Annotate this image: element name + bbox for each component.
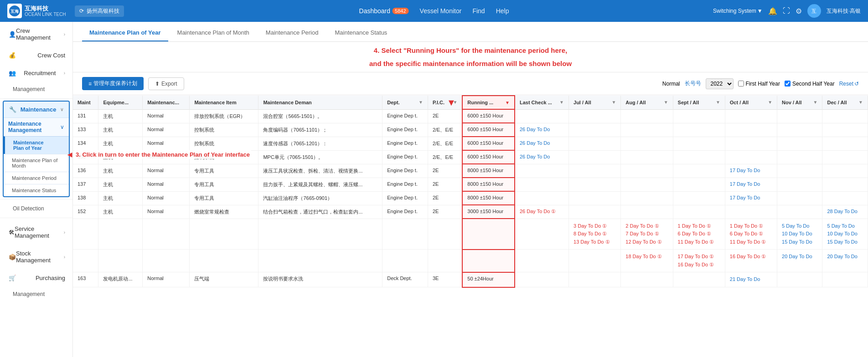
reset-link[interactable]: Reset ↺: [839, 81, 859, 87]
year-select[interactable]: 2022 2023 2021: [706, 78, 734, 89]
sidebar-item-maintenance[interactable]: 🔧 Maintenance ∨: [4, 102, 69, 117]
sidebar-item-purchasing[interactable]: 🛒 Purchasing: [0, 269, 72, 287]
first-half-year-check[interactable]: [738, 81, 744, 87]
cell-demand: [258, 250, 382, 272]
cell-dec: [822, 272, 868, 287]
cell-running: 6000 ±150 Hour: [462, 150, 515, 164]
cell-jul: [569, 137, 621, 150]
second-half-year-checkbox[interactable]: Second Half Year: [785, 81, 835, 87]
col-item: Maintenance Item: [190, 96, 258, 109]
tab-maintenance-status[interactable]: Maintenance Status: [327, 25, 394, 41]
cell-sept: [673, 191, 725, 205]
sidebar-divider-3: [0, 218, 72, 218]
cell-oct: 17 Day To Do: [725, 164, 777, 178]
cell-aug: [621, 150, 673, 164]
table-row: 3 Day To Do ① 8 Day To Do ① 13 Day To Do…: [73, 219, 868, 250]
sidebar-label-maintenance-management: MaintenanceManagement: [8, 121, 41, 133]
cell-running: [462, 219, 515, 250]
cell-running: 6000 ±150 Hour: [462, 123, 515, 137]
cell-running: 3000 ±150 Hour: [462, 205, 515, 219]
table-row: 131主机Normal排放控制系统（EGR）混合腔室（5665-1501）。En…: [73, 109, 868, 123]
tab-plan-month[interactable]: Maintenance Plan of Month: [170, 25, 257, 41]
cell-jul: [569, 191, 621, 205]
notification-icon[interactable]: 🔔: [768, 7, 777, 15]
cell-maintenance: Normal: [143, 150, 190, 164]
reset-icon: ↺: [854, 81, 859, 87]
cell-last_check: [515, 109, 569, 123]
cell-jul: [569, 123, 621, 137]
sidebar-item-maintenance-period[interactable]: Maintenance Period: [4, 172, 69, 184]
find-link[interactable]: Find: [472, 7, 485, 15]
cell-maint: 136: [73, 164, 98, 178]
sidebar-item-management2[interactable]: Management: [0, 287, 72, 301]
chevron-right-icon: ›: [64, 32, 65, 37]
cell-pic: [428, 250, 462, 272]
help-link[interactable]: Help: [496, 7, 509, 15]
crew-cost-icon: 💰: [9, 52, 16, 59]
cell-dec: [822, 191, 868, 205]
sidebar-item-recruitment[interactable]: 👥 Recruitment ›: [0, 64, 72, 82]
switching-system-btn[interactable]: Switching System ▼: [713, 8, 763, 14]
settings-icon[interactable]: ⚙: [796, 7, 802, 15]
cell-sept: [673, 205, 725, 219]
cell-sept: [673, 123, 725, 137]
maintenance-management-header[interactable]: MaintenanceManagement ∨: [4, 117, 69, 136]
cell-item: 压气端: [190, 272, 258, 287]
recruitment-icon: 👥: [9, 70, 16, 76]
cell-item: 排放控制系统（EGR）: [190, 109, 258, 123]
cell-oct: [725, 123, 777, 137]
cell-aug: [621, 123, 673, 137]
company-name: 扬州高银科技: [87, 7, 119, 15]
logo-sub-text: OCEAN LINK TECH: [25, 12, 66, 17]
cell-running: 8000 ±150 Hour: [462, 178, 515, 191]
cell-last_check: [515, 164, 569, 178]
first-half-year-checkbox[interactable]: First Half Year: [738, 81, 780, 87]
cell-item: 专用工具: [190, 164, 258, 178]
sidebar-item-plan-month[interactable]: Maintenance Plan of Month: [4, 154, 69, 172]
cell-aug: [621, 109, 673, 123]
tabs-bar: Maintenance Plan of Year Maintenance Pla…: [73, 22, 868, 42]
table-container[interactable]: Maint Equipme... Maintenanc... Maintenan…: [73, 95, 868, 357]
cell-pic: 2E: [428, 205, 462, 219]
cell-nov: [777, 205, 822, 219]
cell-dept: Engine Dep t.: [382, 164, 428, 178]
cell-jul: [569, 205, 621, 219]
cell-maint: 138: [73, 191, 98, 205]
manage-year-plan-button[interactable]: ≡ 管理年度保养计划: [82, 77, 144, 90]
cell-oct: 17 Day To Do: [725, 178, 777, 191]
cell-aug: [621, 191, 673, 205]
cell-jul: [569, 109, 621, 123]
company-tag[interactable]: ⟳ 扬州高银科技: [75, 5, 124, 17]
export-button[interactable]: ⬆ Export: [148, 77, 184, 90]
sidebar-item-management[interactable]: Management: [0, 82, 72, 97]
avatar[interactable]: 互: [807, 4, 821, 18]
sidebar-label-plan-month: Maintenance Plan of Month: [12, 158, 57, 168]
sidebar-label-maintenance-period: Maintenance Period: [12, 175, 57, 181]
fullscreen-icon[interactable]: ⛶: [783, 7, 790, 15]
second-half-year-check[interactable]: [785, 81, 790, 87]
cell-equipment: 主机: [98, 178, 143, 191]
sidebar-item-plan-year[interactable]: MaintenancePlan of Year: [4, 136, 69, 154]
cell-demand: 混合腔室（5665-1501）。: [258, 109, 382, 123]
sidebar-item-crew-management[interactable]: 👤 Crew Management ›: [0, 22, 72, 46]
tab-maintenance-period[interactable]: Maintenance Period: [258, 25, 326, 41]
sidebar-label-service-management: Service Management: [15, 225, 64, 239]
vessel-monitor-link[interactable]: Vessel Monitor: [420, 7, 462, 15]
cell-aug: [621, 272, 673, 287]
sidebar-item-oil-detection[interactable]: Oil Detection: [0, 201, 72, 216]
cell-sept: [673, 272, 725, 287]
table-row: 134主机Normal控制系统速度传感器（7065-1201）：Engine D…: [73, 137, 868, 150]
user-name[interactable]: 互海科技·高银: [827, 7, 861, 15]
cell-nov: [777, 137, 822, 150]
sidebar-item-maintenance-status[interactable]: Maintenance Status: [4, 184, 69, 196]
cell-pic: [428, 219, 462, 250]
sidebar-item-crew-cost[interactable]: 💰 Crew Cost: [0, 46, 72, 64]
dashboard-nav[interactable]: Dashboard 5842: [359, 7, 409, 15]
sidebar-item-service-management[interactable]: 🛠 Service Management ›: [0, 220, 72, 245]
tab-plan-year[interactable]: Maintenance Plan of Year: [82, 25, 168, 41]
sidebar-item-stock-management[interactable]: 📦 Stock Management ›: [0, 245, 72, 269]
cell-maint: 135: [73, 150, 98, 164]
cell-maint: [73, 250, 98, 272]
cell-pic: 3E: [428, 272, 462, 287]
cell-nov: [777, 272, 822, 287]
